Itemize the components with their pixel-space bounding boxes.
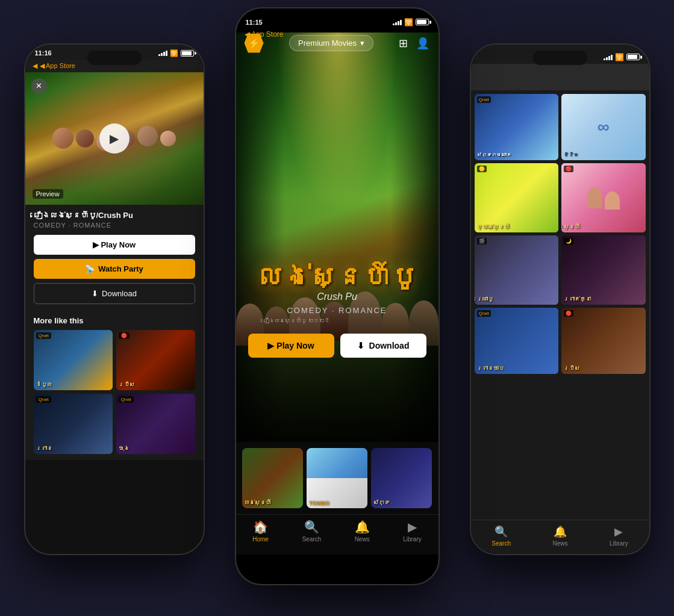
right-thumb-2[interactable]: ∞ ជីវិត <box>561 94 646 160</box>
rt5-bg <box>475 235 559 305</box>
center-thumb-2[interactable]: TOMBO <box>307 448 367 508</box>
left-close-btn[interactable]: ✕ <box>31 78 47 94</box>
thumb-1-label: Qnet <box>36 332 51 339</box>
left-phone-screen: 11:16 🛜 ◀ ◀ App Store <box>25 45 204 554</box>
center-movie-overlay: លង់ស្នេហ៍បូ Crush Pu COMEDY · ROMANCE រឿ… <box>236 263 438 358</box>
left-status-icons: 🛜 <box>158 49 194 57</box>
center-time: 11:15 <box>246 19 263 26</box>
rt8-label: 🔴 <box>564 310 573 317</box>
right-nav-library[interactable]: ▶ Library <box>610 525 628 547</box>
thumb-2-text: ប្រីស <box>119 382 193 388</box>
thumb-4-label: Qnet <box>119 396 134 403</box>
left-movie-title: រឿងលង់ស្នេហ៍បូ/Crush Pu <box>34 211 195 220</box>
right-signal-3 <box>608 56 610 60</box>
profile-icon[interactable]: 👤 <box>416 37 429 50</box>
rt3-bg <box>475 163 559 232</box>
signal-bar-2 <box>161 53 163 56</box>
rt7-bg <box>475 308 559 374</box>
left-more-like-this: More like this Qnet ដំបូល 🔴 ប្រីស Qnet ព… <box>25 310 204 460</box>
left-battery <box>181 50 194 57</box>
center-download-icon: ⬇ <box>357 341 364 350</box>
left-play-circle[interactable]: ▶ <box>99 123 129 154</box>
left-movie-grid: Qnet ដំបូល 🔴 ប្រីស Qnet ព្រាន Qnet ចុង <box>34 330 195 454</box>
rt5-label: 🎬 <box>477 238 487 244</box>
center-poster-overlay <box>236 33 438 442</box>
left-thumb-1[interactable]: Qnet ដំបូល <box>34 330 113 390</box>
left-more-title: More like this <box>34 316 195 325</box>
left-thumb-3[interactable]: Qnet ព្រាន <box>34 394 113 454</box>
left-movie-genre: COMEDY · ROMANCE <box>34 222 195 229</box>
right-nav-news[interactable]: 🔔 News <box>553 525 568 547</box>
center-signal-4 <box>400 20 402 25</box>
right-notch <box>533 51 587 65</box>
right-signal-1 <box>604 58 605 60</box>
rt6-bg <box>561 235 646 305</box>
thumb-2-label: 🔴 <box>119 332 129 339</box>
right-wifi-icon: 🛜 <box>615 53 624 61</box>
center-thumb-2-text: TOMBO <box>309 500 365 506</box>
left-watch-party-button[interactable]: 📡 Watch Party <box>34 259 195 279</box>
right-nav-search[interactable]: 🔍 Search <box>491 525 511 547</box>
right-search-label: Search <box>491 540 511 547</box>
right-status-icons: 🛜 <box>604 53 640 61</box>
center-status-icons: 🛜 <box>393 18 429 26</box>
center-play-button[interactable]: ▶ Play Now <box>248 334 334 358</box>
rt2-content: ∞ <box>561 94 646 160</box>
center-nav-library[interactable]: ▶ Library <box>403 520 422 543</box>
left-phone: 11:16 🛜 ◀ ◀ App Store <box>24 43 205 555</box>
right-signal <box>604 54 613 60</box>
right-movie-grid: Qnet ស័ព្ទពេចណោត ∞ ជីវិត 🟡 ម្ចាស់ស្នេហ៍ <box>471 90 649 378</box>
home-icon: 🏠 <box>253 520 268 534</box>
center-thumb-3[interactable]: ស័ព្ទ <box>371 448 432 508</box>
center-nav-news[interactable]: 🔔 News <box>355 520 370 543</box>
thumb-1-text: ដំបូល <box>36 382 110 388</box>
rt1-bg <box>475 94 559 160</box>
rt4-people <box>561 163 646 232</box>
left-thumb-2[interactable]: 🔴 ប្រីស <box>116 330 195 390</box>
center-back-icon: ◀ <box>245 30 250 39</box>
rt3-text: ម្ចាស់ស្នេហ៍ <box>477 224 557 230</box>
center-back-label[interactable]: App Store <box>251 30 283 39</box>
right-thumb-4[interactable]: 🔴 ស្នេហ៍ <box>561 163 646 232</box>
phones-container: 11:16 🛜 ◀ ◀ App Store <box>6 7 669 609</box>
center-phone: 11:15 🛜 ◀ App Store <box>235 7 440 585</box>
right-thumb-7[interactable]: Qnet ព្រានចាប <box>475 308 559 374</box>
left-signal <box>158 50 167 56</box>
center-nav-search[interactable]: 🔍 Search <box>302 520 321 543</box>
center-hero: លង់ស្នេហ៍បូ Crush Pu COMEDY · ROMANCE រឿ… <box>236 33 438 442</box>
right-thumb-3[interactable]: 🟡 ម្ចាស់ស្នេហ៍ <box>475 163 559 232</box>
thumb-3-text: ព្រាន <box>36 446 110 452</box>
center-movie-desc: រឿងលង់ស្នេហ៍បូ ២០២៥ ​ ​ ​ ​ ​ ​ ​ ​ ​ ​ … <box>252 317 422 325</box>
rt7-label: Qnet <box>477 310 491 317</box>
right-library-icon: ▶ <box>614 525 623 538</box>
left-movie-info: រឿងលង់ស្នេហ៍បូ/Crush Pu COMEDY · ROMANCE… <box>25 205 204 310</box>
right-thumb-5[interactable]: 🎬 ជ្រោះបូ <box>475 235 559 305</box>
center-thumb-1[interactable]: លង់ស្នេហ៍ <box>242 448 303 508</box>
center-nav-icons: ⊞ 👤 <box>399 37 429 50</box>
thumb-3-label: Qnet <box>36 396 51 403</box>
left-download-button[interactable]: ⬇ Download <box>34 283 195 304</box>
right-library-label: Library <box>610 540 628 547</box>
center-nav-home[interactable]: 🏠 Home <box>252 520 269 543</box>
left-play-now-button[interactable]: ▶ Play Now <box>34 235 195 255</box>
right-thumb-1[interactable]: Qnet ស័ព្ទពេចណោត <box>475 94 559 160</box>
center-download-button[interactable]: ⬇ Download <box>340 334 426 358</box>
rt6-text: ព្រាត់គ្នា <box>564 296 643 302</box>
left-back-icon: ◀ <box>33 62 37 70</box>
center-wifi-icon: 🛜 <box>404 18 413 26</box>
right-bottom-nav: 🔍 Search 🔔 News ▶ Library <box>471 520 649 554</box>
center-signal-2 <box>395 22 397 25</box>
rt4-text: ស្នេហ៍ <box>564 224 643 230</box>
left-time: 11:16 <box>35 49 52 57</box>
right-thumb-8[interactable]: 🔴 ប្រីស <box>561 308 646 374</box>
grid-icon[interactable]: ⊞ <box>399 37 408 50</box>
signal-bar-4 <box>166 51 167 56</box>
left-preview-label: Preview <box>33 189 63 199</box>
download-label: Download <box>102 289 137 298</box>
center-thumb-1-text: លង់ស្នេហ៍ <box>245 500 301 506</box>
left-thumb-4[interactable]: Qnet ចុង <box>116 394 195 454</box>
center-movie-subtitle: Crush Pu <box>317 291 357 302</box>
left-back-label[interactable]: ◀ App Store <box>40 62 75 70</box>
rt2-text: ជីវិត <box>564 152 643 158</box>
right-thumb-6[interactable]: 🌙 ព្រាត់គ្នា <box>561 235 646 305</box>
